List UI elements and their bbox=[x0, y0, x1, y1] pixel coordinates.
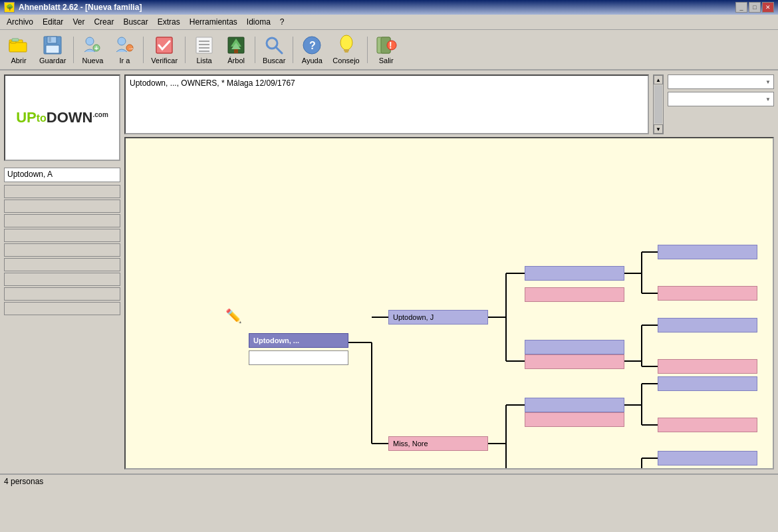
svg-rect-3 bbox=[12, 39, 19, 41]
menu-ver[interactable]: Ver bbox=[68, 16, 88, 28]
ayuda-label: Ayuda bbox=[302, 57, 323, 65]
window-controls: _ □ ✕ bbox=[735, 2, 774, 13]
left-fields bbox=[4, 185, 120, 315]
info-text: Uptodown, ..., OWNERS, * Málaga 12/09/17… bbox=[130, 78, 295, 88]
gg-mmf-node[interactable] bbox=[658, 451, 757, 466]
dropdown-2[interactable]: ▼ bbox=[668, 92, 774, 106]
buscar-button[interactable]: Buscar bbox=[259, 33, 289, 66]
father-name: Uptodown, J bbox=[393, 313, 434, 321]
field-5[interactable] bbox=[4, 243, 120, 257]
dropdown-1[interactable]: ▼ bbox=[668, 74, 774, 89]
menu-herramientas[interactable]: Herramientas bbox=[186, 16, 241, 28]
consejo-label: Consejo bbox=[332, 57, 359, 65]
gg-fff-node[interactable] bbox=[658, 245, 757, 259]
minimize-button[interactable]: _ bbox=[735, 2, 747, 13]
svg-rect-7 bbox=[49, 37, 51, 42]
logo-box: UPtoDOWN.com bbox=[4, 74, 120, 161]
svg-point-11 bbox=[118, 37, 126, 45]
menu-archivo[interactable]: Archivo bbox=[3, 16, 37, 28]
mm-node[interactable] bbox=[525, 412, 624, 427]
pencil-icon: ✏️ bbox=[225, 308, 242, 324]
title-bar: 🌳 Ahnenblatt 2.62 - [Nueva familia] _ □ … bbox=[0, 0, 778, 15]
list-button[interactable]: Lista bbox=[190, 33, 219, 66]
fmf-node[interactable] bbox=[525, 340, 624, 354]
svg-rect-29 bbox=[344, 49, 349, 51]
spouse-node[interactable] bbox=[249, 350, 348, 365]
menu-buscar[interactable]: Buscar bbox=[119, 16, 152, 28]
gg-fmm-node[interactable] bbox=[658, 359, 757, 374]
toolbar-sep-5 bbox=[293, 37, 293, 63]
field-4[interactable] bbox=[4, 229, 120, 242]
salir-button[interactable]: ! Salir bbox=[372, 33, 401, 66]
father-node[interactable]: Uptodown, J bbox=[388, 310, 488, 325]
ff-node[interactable] bbox=[525, 266, 624, 281]
mother-node[interactable]: Miss, Nore bbox=[388, 436, 488, 451]
fm-node[interactable] bbox=[525, 287, 624, 302]
verify-button[interactable]: Verificar bbox=[148, 33, 181, 66]
list-label: Lista bbox=[196, 57, 211, 65]
tree-area[interactable]: ✏️ Uptodown, ... Uptodown, J Miss, Nore bbox=[124, 137, 774, 469]
menu-bar: Archivo Editar Ver Crear Buscar Extras H… bbox=[0, 15, 778, 30]
gg-mfm-node[interactable] bbox=[658, 418, 757, 432]
info-text-box: Uptodown, ..., OWNERS, * Málaga 12/09/17… bbox=[124, 74, 649, 134]
fmm-node[interactable] bbox=[525, 354, 624, 369]
menu-editar[interactable]: Editar bbox=[39, 16, 67, 28]
status-text: 4 personas bbox=[4, 477, 43, 486]
mf-node[interactable] bbox=[525, 398, 624, 412]
toolbar-sep-2 bbox=[143, 37, 144, 63]
menu-help[interactable]: ? bbox=[276, 16, 289, 28]
field-3[interactable] bbox=[4, 214, 120, 227]
arbol-button[interactable]: Árbol bbox=[221, 33, 251, 66]
consejo-button[interactable]: Consejo bbox=[329, 33, 362, 66]
toolbar-sep-3 bbox=[185, 37, 186, 63]
menu-extras[interactable]: Extras bbox=[154, 16, 184, 28]
window-title: Ahnenblatt 2.62 - [Nueva familia] bbox=[19, 3, 142, 12]
svg-point-8 bbox=[86, 37, 94, 45]
menu-crear[interactable]: Crear bbox=[90, 16, 118, 28]
ayuda-button[interactable]: ? Ayuda bbox=[297, 33, 326, 66]
field-9[interactable] bbox=[4, 302, 120, 315]
svg-rect-23 bbox=[234, 49, 238, 53]
toolbar-sep-4 bbox=[255, 37, 255, 63]
dropdown-1-arrow: ▼ bbox=[765, 79, 771, 85]
maximize-button[interactable]: □ bbox=[749, 2, 761, 13]
gg-fmf-node[interactable] bbox=[658, 318, 757, 332]
scroll-up[interactable]: ▲ bbox=[654, 75, 663, 84]
save-button[interactable]: Guardar bbox=[36, 33, 69, 66]
person-name[interactable]: Uptodown, A bbox=[4, 168, 120, 182]
list-icon bbox=[194, 35, 215, 56]
verify-icon bbox=[154, 35, 175, 56]
open-button[interactable]: Abrir bbox=[4, 33, 33, 66]
salir-icon: ! bbox=[376, 35, 397, 56]
main-person-node[interactable]: Uptodown, ... bbox=[249, 333, 348, 348]
info-scrollbar: ▲ ▼ bbox=[653, 74, 664, 134]
gg-ffm-node[interactable] bbox=[658, 286, 757, 301]
scroll-down[interactable]: ▼ bbox=[654, 124, 663, 134]
field-8[interactable] bbox=[4, 287, 120, 301]
goto-button[interactable]: → Ir a bbox=[110, 33, 139, 66]
main-person-name: Uptodown, ... bbox=[253, 336, 299, 344]
field-6[interactable] bbox=[4, 258, 120, 271]
field-1[interactable] bbox=[4, 185, 120, 198]
svg-text:→: → bbox=[128, 45, 134, 52]
ayuda-icon: ? bbox=[301, 35, 323, 56]
field-7[interactable] bbox=[4, 273, 120, 286]
svg-line-25 bbox=[276, 47, 282, 53]
toolbar: Abrir Guardar + Nueva bbox=[0, 30, 778, 70]
nueva-label: Nueva bbox=[82, 57, 103, 65]
menu-idioma[interactable]: Idioma bbox=[243, 16, 275, 28]
gg-mff-node[interactable] bbox=[658, 376, 757, 391]
open-icon bbox=[8, 35, 29, 56]
toolbar-sep-6 bbox=[367, 37, 368, 63]
close-button[interactable]: ✕ bbox=[762, 2, 774, 13]
open-label: Abrir bbox=[11, 57, 26, 65]
verify-label: Verificar bbox=[151, 57, 178, 65]
buscar-label: Buscar bbox=[263, 57, 285, 65]
toolbar-sep-1 bbox=[73, 37, 74, 63]
arbol-label: Árbol bbox=[227, 57, 245, 65]
field-2[interactable] bbox=[4, 200, 120, 213]
right-dropdowns: ▼ ▼ bbox=[668, 74, 774, 134]
scroll-thumb bbox=[654, 85, 662, 124]
nueva-button[interactable]: + Nueva bbox=[78, 33, 107, 66]
content-area: UPtoDOWN.com Uptodown, A Uptodown, ..., … bbox=[0, 70, 778, 473]
